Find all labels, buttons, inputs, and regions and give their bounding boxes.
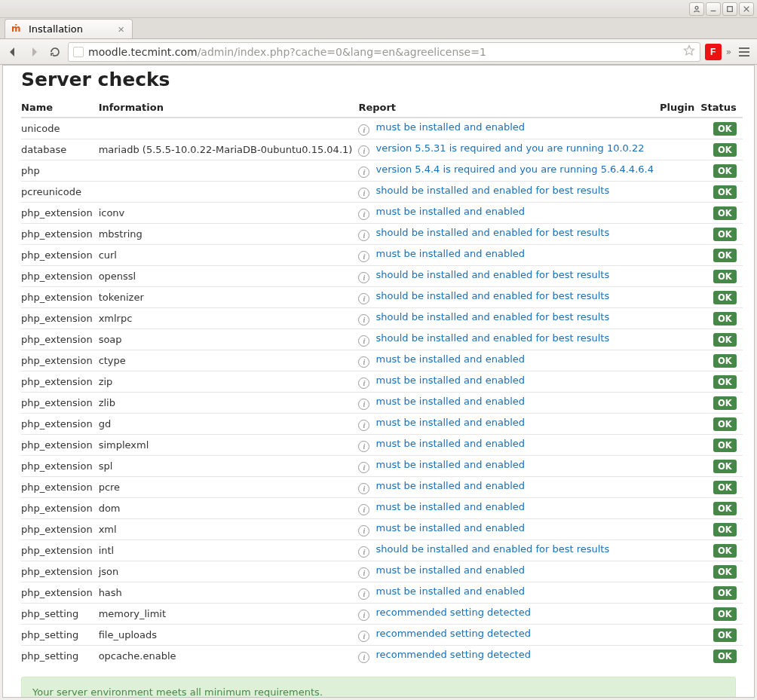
extension-overflow-icon[interactable]: »	[726, 47, 731, 57]
cell-information	[99, 160, 359, 182]
cell-report: i must be installed and enabled	[358, 477, 660, 498]
status-badge: OK	[713, 396, 737, 410]
user-menu-button[interactable]	[689, 2, 704, 16]
report-link[interactable]: must be installed and enabled	[376, 417, 526, 428]
report-link[interactable]: must be installed and enabled	[376, 585, 526, 597]
cell-status: OK	[700, 287, 743, 308]
report-link[interactable]: should be installed and enabled for best…	[376, 185, 610, 196]
info-icon[interactable]: i	[358, 462, 369, 473]
table-row: php_extensioncurli must be installed and…	[21, 245, 743, 266]
info-icon[interactable]: i	[358, 546, 369, 558]
info-icon[interactable]: i	[358, 293, 369, 304]
cell-report: i should be installed and enabled for be…	[358, 308, 660, 329]
info-icon[interactable]: i	[358, 610, 369, 621]
report-link[interactable]: version 5.5.31 is required and you are r…	[376, 142, 645, 154]
info-icon[interactable]: i	[358, 631, 369, 642]
info-icon[interactable]: i	[358, 209, 369, 220]
info-icon[interactable]: i	[358, 251, 369, 262]
info-icon[interactable]: i	[358, 483, 369, 494]
table-row: php_extensionspli must be installed and …	[21, 456, 743, 477]
status-badge: OK	[713, 291, 737, 304]
report-link[interactable]: must be installed and enabled	[376, 248, 526, 259]
cell-report: i recommended setting detected	[358, 604, 660, 625]
info-icon[interactable]: i	[358, 335, 369, 347]
cell-report: i should be installed and enabled for be…	[358, 329, 660, 350]
cell-status: OK	[700, 308, 743, 329]
info-icon[interactable]: i	[358, 188, 369, 199]
cell-status: OK	[700, 519, 743, 540]
info-icon[interactable]: i	[358, 588, 369, 600]
cell-name: php_extension	[21, 519, 99, 540]
cell-name: php_setting	[21, 625, 99, 646]
report-link[interactable]: recommended setting detected	[376, 649, 531, 660]
cell-information: openssl	[99, 266, 359, 287]
info-icon[interactable]: i	[358, 356, 369, 368]
cell-information: memory_limit	[99, 604, 359, 625]
report-link[interactable]: must be installed and enabled	[376, 396, 526, 407]
forward-button[interactable]	[26, 44, 42, 60]
report-link[interactable]: must be installed and enabled	[376, 459, 526, 470]
cell-report: i must be installed and enabled	[358, 371, 660, 393]
table-row: phpi version 5.4.4 is required and you a…	[21, 160, 743, 182]
cell-plugin	[660, 308, 700, 329]
svg-rect-1	[728, 6, 733, 11]
reload-button[interactable]	[47, 44, 63, 60]
info-icon[interactable]: i	[358, 230, 369, 241]
browser-menu-button[interactable]	[736, 44, 752, 60]
cell-report: i must be installed and enabled	[358, 203, 660, 224]
cell-plugin	[660, 287, 700, 308]
report-link[interactable]: recommended setting detected	[376, 607, 531, 618]
back-button[interactable]	[5, 44, 21, 60]
cell-plugin	[660, 203, 700, 224]
cell-plugin	[660, 477, 700, 498]
info-icon[interactable]: i	[358, 567, 369, 579]
info-icon[interactable]: i	[358, 124, 369, 136]
report-link[interactable]: must be installed and enabled	[376, 353, 526, 365]
report-link[interactable]: must be installed and enabled	[376, 522, 526, 533]
report-link[interactable]: should be installed and enabled for best…	[376, 227, 610, 238]
report-link[interactable]: must be installed and enabled	[376, 374, 526, 386]
report-link[interactable]: recommended setting detected	[376, 628, 531, 639]
info-icon[interactable]: i	[358, 145, 369, 157]
report-link[interactable]: must be installed and enabled	[376, 480, 526, 491]
info-icon[interactable]: i	[358, 272, 369, 283]
cell-report: i must be installed and enabled	[358, 435, 660, 456]
tab-close-icon[interactable]: ×	[118, 23, 124, 35]
bookmark-star-icon[interactable]	[683, 44, 695, 59]
info-icon[interactable]: i	[358, 399, 369, 410]
report-link[interactable]: should be installed and enabled for best…	[376, 269, 610, 280]
report-link[interactable]: should be installed and enabled for best…	[376, 543, 610, 555]
info-icon[interactable]: i	[358, 420, 369, 431]
url-host: moodle.tecmint.com	[88, 46, 198, 58]
browser-tab-active[interactable]: ṁ Installation ×	[5, 19, 133, 38]
info-icon[interactable]: i	[358, 652, 369, 663]
cell-plugin	[660, 245, 700, 266]
page-viewport[interactable]: Server checks Name Information Report Pl…	[2, 65, 755, 698]
report-link[interactable]: should be installed and enabled for best…	[376, 290, 610, 301]
info-icon[interactable]: i	[358, 167, 369, 178]
cell-status: OK	[700, 139, 743, 160]
report-link[interactable]: version 5.4.4 is required and you are ru…	[376, 164, 654, 175]
info-icon[interactable]: i	[358, 525, 369, 536]
report-link[interactable]: must be installed and enabled	[376, 438, 526, 449]
info-icon[interactable]: i	[358, 504, 369, 515]
maximize-button[interactable]	[722, 2, 737, 16]
info-icon[interactable]: i	[358, 441, 369, 452]
report-link[interactable]: must be installed and enabled	[376, 206, 526, 217]
cell-report: i must be installed and enabled	[358, 519, 660, 540]
report-link[interactable]: must be installed and enabled	[376, 501, 526, 512]
report-link[interactable]: should be installed and enabled for best…	[376, 332, 610, 344]
cell-report: i should be installed and enabled for be…	[358, 224, 660, 245]
address-bar[interactable]: moodle.tecmint.com/admin/index.php?cache…	[68, 42, 700, 62]
info-icon[interactable]: i	[358, 314, 369, 326]
report-link[interactable]: should be installed and enabled for best…	[376, 311, 610, 322]
flipboard-extension-button[interactable]: F	[705, 44, 722, 60]
close-window-button[interactable]	[739, 2, 754, 16]
info-icon[interactable]: i	[358, 378, 369, 389]
report-link[interactable]: must be installed and enabled	[376, 121, 526, 133]
minimize-button[interactable]	[706, 2, 721, 16]
table-row: php_settingfile_uploadsi recommended set…	[21, 625, 743, 646]
cell-plugin	[660, 393, 700, 414]
report-link[interactable]: must be installed and enabled	[376, 564, 526, 576]
status-badge: OK	[713, 523, 737, 536]
